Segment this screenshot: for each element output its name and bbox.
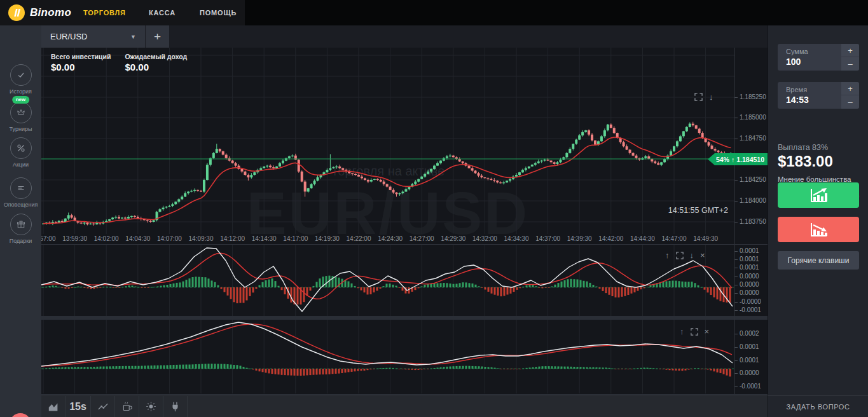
sidebar-item-label: Подарки	[0, 238, 41, 244]
close-icon[interactable]: ×	[705, 327, 710, 336]
sidebar-item-label: История	[0, 88, 41, 95]
left-sidebar: История new Турниры Акции Оповещения П	[0, 25, 41, 417]
close-icon[interactable]: ×	[700, 251, 705, 259]
percent-icon	[10, 137, 32, 159]
current-price: 1.184510	[736, 156, 764, 163]
expected-income-stat: Ожидаемый доход $0.00	[125, 53, 187, 72]
sidebar-item-gifts[interactable]: Подарки	[0, 214, 41, 244]
chart-down-icon	[807, 221, 830, 238]
top-bar: Binomo ТОРГОВЛЯ КАССА ПОМОЩЬ	[0, 0, 868, 25]
chart-type-button[interactable]	[41, 396, 65, 417]
sidebar-item-label: Акции	[0, 161, 41, 168]
fullscreen-icon[interactable]	[694, 93, 703, 101]
majority-percent: 54%	[716, 156, 729, 163]
binomo-trading-app: Binomo ТОРГОВЛЯ КАССА ПОМОЩЬ История new…	[0, 0, 868, 417]
collapse-arrow-icon[interactable]: ↓	[709, 93, 713, 101]
gift-icon	[10, 214, 32, 235]
sidebar-item-label: Турниры	[0, 126, 41, 132]
time-box[interactable]: Время 14:53 + –	[778, 82, 859, 109]
new-badge: new	[12, 96, 30, 104]
amount-stepper: + –	[841, 44, 859, 71]
payout-label: Выплата 83%	[778, 143, 828, 152]
current-price-badge: 54% ↑ 1.184510	[708, 153, 768, 165]
trade-panel: Сумма 100 + – Время 14:53 + – Выплата 83…	[768, 25, 868, 395]
asset-tabs-bar: EUR/USD ▼ +	[41, 25, 768, 48]
arrow-up-icon: ↑	[731, 156, 734, 163]
tab-trading[interactable]: ТОРГОВЛЯ	[83, 0, 126, 25]
brand-name: Binomo	[30, 6, 71, 19]
chart-clock: 14:51:55 GMT+2	[636, 206, 728, 215]
plug-icon	[170, 401, 180, 412]
asset-name: EUR/USD	[50, 32, 130, 41]
indicator2-controls: ↑ ×	[680, 327, 709, 336]
indicator1-controls: ↑ ↓ ×	[665, 251, 705, 259]
main-candlestick-chart[interactable]	[41, 48, 734, 234]
add-asset-button[interactable]: +	[146, 25, 169, 48]
move-down-icon[interactable]: ↓	[690, 251, 694, 259]
hotkeys-button[interactable]: Горячие клавиши	[778, 251, 859, 270]
chevron-down-icon: ▼	[130, 34, 136, 40]
indicators-button[interactable]	[91, 396, 115, 417]
amount-value[interactable]: 100	[786, 57, 808, 67]
price-axis-border	[734, 48, 735, 394]
indicator-panel-2[interactable]	[41, 320, 734, 393]
fullscreen-icon[interactable]	[691, 328, 698, 336]
time-stepper: + –	[841, 82, 859, 109]
put-down-button[interactable]	[778, 217, 859, 242]
amount-increase-button[interactable]: +	[841, 44, 859, 57]
tournaments-button[interactable]	[115, 396, 139, 417]
history-check-icon	[10, 64, 32, 86]
amount-label: Сумма	[786, 48, 808, 55]
binomo-logo-icon	[8, 4, 25, 21]
sidebar-item-promos[interactable]: Акции	[0, 137, 41, 168]
move-up-icon[interactable]: ↑	[680, 327, 684, 336]
area-chart-icon	[48, 402, 59, 412]
tournament-crown-icon	[10, 102, 32, 123]
indicator-panel-1[interactable]	[41, 245, 734, 316]
fullscreen-icon[interactable]	[676, 252, 684, 259]
asset-selector[interactable]: EUR/USD ▼	[41, 25, 145, 48]
stat-label: Всего инвестиций	[51, 53, 111, 60]
support-chat-button[interactable]	[10, 413, 31, 417]
main-chart-controls: ↓	[694, 93, 713, 101]
divider	[41, 394, 768, 395]
time-decrease-button[interactable]: –	[841, 95, 859, 109]
time-label: Время	[786, 86, 809, 93]
connection-button[interactable]	[163, 396, 188, 417]
payout-value: $183.00	[778, 153, 833, 170]
move-up-icon[interactable]: ↑	[665, 251, 670, 259]
sidebar-item-label: Оповещения	[0, 202, 41, 208]
time-increase-button[interactable]: +	[841, 82, 859, 95]
ask-question-button[interactable]: ЗАДАТЬ ВОПРОС	[768, 395, 868, 417]
binomo-logo[interactable]: Binomo	[8, 4, 71, 21]
time-axis[interactable]: 13:57:0013:59:3014:02:0014:04:3014:07:00…	[41, 234, 734, 244]
sun-icon	[146, 401, 156, 412]
notifications-icon	[10, 177, 32, 199]
mug-icon	[122, 401, 132, 412]
stat-value: $0.00	[51, 62, 111, 72]
line-chart-icon	[97, 402, 109, 412]
stat-value: $0.00	[125, 62, 187, 72]
total-investment-stat: Всего инвестиций $0.00	[51, 53, 111, 72]
amount-box[interactable]: Сумма 100 + –	[778, 44, 859, 71]
session-stats: Всего инвестиций $0.00 Ожидаемый доход $…	[51, 53, 187, 72]
brightness-button[interactable]	[139, 396, 163, 417]
chart-up-icon	[807, 187, 830, 204]
amount-decrease-button[interactable]: –	[841, 57, 859, 71]
tab-help[interactable]: ПОМОЩЬ	[200, 0, 237, 25]
stat-label: Ожидаемый доход	[125, 53, 187, 60]
sidebar-item-tournaments[interactable]: new Турниры	[0, 102, 41, 132]
sidebar-item-history[interactable]: История	[0, 64, 41, 95]
sidebar-item-notifications[interactable]: Оповещения	[0, 177, 41, 208]
chart-toolbar: 15s	[41, 395, 768, 417]
tab-cashier[interactable]: КАССА	[149, 0, 176, 25]
timeframe-button[interactable]: 15s	[65, 396, 91, 417]
call-up-button[interactable]	[778, 182, 859, 208]
time-value[interactable]: 14:53	[786, 95, 809, 105]
